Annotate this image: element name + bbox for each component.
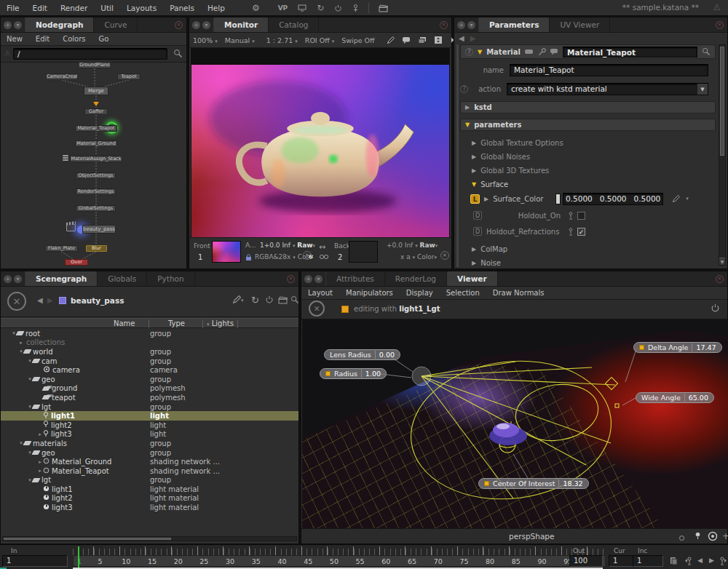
- link-icon[interactable]: [319, 252, 329, 260]
- center-of-interest-pill[interactable]: Center Of Interest18.32: [478, 478, 589, 489]
- chevron-down-icon[interactable]: ▾: [686, 196, 689, 202]
- node-path-input[interactable]: /: [13, 48, 167, 60]
- group-global-noises[interactable]: ▶Global Noises: [472, 150, 708, 163]
- lock-icon[interactable]: [245, 253, 252, 261]
- ng-menu-colors[interactable]: Colors: [57, 35, 91, 43]
- tab-globals[interactable]: Globals: [98, 271, 147, 286]
- holdout-refractions-checkbox[interactable]: ✓: [577, 228, 585, 236]
- scenegraph-row-root[interactable]: ▾rootgroup: [1, 329, 298, 338]
- default-state-badge[interactable]: D: [473, 211, 482, 220]
- clapper-icon[interactable]: [278, 295, 288, 304]
- node-gaffer[interactable]: Gaffer: [84, 108, 108, 115]
- pan-region-icon[interactable]: [430, 36, 446, 45]
- back-icon[interactable]: ◀: [37, 296, 43, 304]
- key-next-icon[interactable]: [719, 557, 727, 565]
- pane-menu-icon[interactable]: ▾: [467, 21, 475, 29]
- scenegraph-row-geo[interactable]: ▾geogroup: [1, 375, 298, 384]
- node-teapot[interactable]: Teapot: [117, 73, 141, 80]
- menu-file[interactable]: File: [0, 4, 26, 12]
- menu-render[interactable]: Render: [54, 4, 94, 12]
- circle-icon[interactable]: [678, 533, 685, 541]
- node-material-ground[interactable]: Material_Ground: [75, 140, 117, 147]
- light-pin-icon[interactable]: [695, 532, 701, 541]
- expander-icon[interactable]: ▸: [18, 340, 24, 346]
- pen-icon[interactable]: ▾: [232, 295, 244, 304]
- viewer-viewport[interactable]: Lens Radius0.00 Radius1.00 Delta Angle17…: [302, 319, 728, 530]
- vw-menu-selection[interactable]: Selection: [440, 289, 486, 297]
- playhead[interactable]: [78, 546, 79, 568]
- copy-icon[interactable]: [670, 557, 678, 565]
- tab-parameters[interactable]: Parameters: [479, 17, 550, 32]
- node-objectsettings[interactable]: ObjectSettings: [76, 172, 116, 179]
- scenegraph-row-geo[interactable]: ▾geogroup: [1, 448, 298, 458]
- scenegraph-row-light2[interactable]: light2light: [1, 421, 298, 430]
- scenegraph-row-light1[interactable]: light1light: [1, 411, 298, 421]
- out-field[interactable]: 100: [569, 555, 603, 567]
- zoom-select[interactable]: 100% ▾: [189, 36, 221, 44]
- monitor-icon[interactable]: [298, 3, 306, 13]
- group-colmap[interactable]: ▶ColMap: [472, 242, 708, 255]
- pane-add-icon[interactable]: +: [304, 275, 312, 283]
- tab-uv-viewer[interactable]: UV Viewer: [550, 17, 610, 32]
- front-exposure[interactable]: 1+0.0 Inf ▾ Raw▾: [260, 242, 315, 249]
- forward-icon[interactable]: ▶: [470, 34, 476, 42]
- sync-icon[interactable]: ↻: [251, 295, 259, 306]
- expander-icon[interactable]: ▸: [37, 431, 43, 437]
- scenegraph-row-Material_Teapot[interactable]: ▸Material_Teapotshading network ...: [1, 466, 298, 476]
- back-exposure[interactable]: +0.0 Inf ▾ Raw▾: [387, 242, 438, 249]
- tab-renderlog[interactable]: RenderLog: [385, 271, 447, 286]
- scenegraph-row-Material_Ground[interactable]: ▸Material_Groundshading network ...: [1, 457, 298, 466]
- node-beauty-pass[interactable]: beauty_pass: [82, 225, 116, 234]
- scenegraph-row-lgt[interactable]: ▾lgtgroup: [1, 402, 298, 412]
- node-name-field[interactable]: Material_Teapot: [563, 47, 697, 57]
- node-blur[interactable]: Blur: [86, 245, 107, 252]
- front-thumbnail[interactable]: [212, 241, 241, 263]
- back-clear-icon[interactable]: ✕: [440, 251, 449, 260]
- node-merge[interactable]: Merge: [84, 87, 108, 95]
- wide-angle-pill[interactable]: Wide Angle65.00: [636, 392, 714, 403]
- scroll-down-icon[interactable]: ▼: [719, 258, 725, 265]
- expand-icon[interactable]: ▼: [465, 122, 470, 128]
- kstd-section[interactable]: ▶ kstd: [460, 101, 716, 114]
- color-swatch[interactable]: [555, 194, 561, 204]
- aperture-icon[interactable]: [708, 531, 718, 541]
- state-person-icon[interactable]: [568, 228, 574, 236]
- search-icon[interactable]: [702, 47, 711, 56]
- tab-nodegraph[interactable]: Nodegraph: [25, 17, 94, 32]
- help-icon[interactable]: ?: [465, 48, 473, 56]
- wrench-icon[interactable]: [538, 48, 546, 56]
- radius-pill[interactable]: Radius1.00: [320, 368, 387, 379]
- collapsed-icon[interactable]: ▶: [484, 196, 488, 202]
- ratio-select[interactable]: 1 : 2.71 ▾: [263, 36, 301, 44]
- parameters-section[interactable]: ▼ parameters: [460, 119, 716, 131]
- tab-attributes[interactable]: Attributes: [326, 271, 385, 286]
- help-icon[interactable]: ?: [460, 85, 468, 93]
- menu-layouts[interactable]: Layouts: [120, 4, 163, 12]
- group-surface[interactable]: ▼Surface: [472, 178, 708, 191]
- scenegraph-row-light3[interactable]: light3light material: [1, 503, 298, 512]
- column-type[interactable]: Type: [168, 319, 185, 327]
- scenegraph-row-light2[interactable]: light2light material: [1, 494, 298, 504]
- pane-menu-icon[interactable]: ▾: [14, 275, 22, 283]
- vw-menu-display[interactable]: Display: [400, 289, 440, 297]
- back-thumbnail[interactable]: [349, 241, 378, 263]
- stop-edit-icon[interactable]: ✕: [309, 301, 325, 317]
- tab-monitor[interactable]: Monitor: [214, 17, 269, 32]
- column-name[interactable]: Name: [114, 319, 135, 327]
- expander-icon[interactable]: ▸: [37, 459, 43, 465]
- scenegraph-row-collections[interactable]: ▸collections: [1, 338, 298, 348]
- pane-menu-icon[interactable]: ▾: [202, 21, 210, 29]
- comment-icon[interactable]: [550, 49, 558, 55]
- menu-help[interactable]: Help: [201, 4, 232, 12]
- pane-menu-icon[interactable]: ▾: [14, 21, 22, 29]
- action-dropdown[interactable]: create with kstd material ▼: [507, 83, 708, 95]
- view-flag-icon[interactable]: [93, 102, 99, 106]
- scenegraph-row-camera[interactable]: cameracamera: [1, 365, 298, 375]
- local-state-badge[interactable]: L: [470, 194, 480, 204]
- close-icon[interactable]: ✕: [716, 275, 724, 283]
- pane-add-icon[interactable]: +: [457, 21, 465, 29]
- node-over[interactable]: Over: [65, 259, 88, 266]
- swap-icon[interactable]: ↔: [319, 242, 325, 252]
- step-back-icon[interactable]: ◀: [697, 557, 703, 564]
- node-rendersettings[interactable]: RenderSettings: [76, 188, 116, 195]
